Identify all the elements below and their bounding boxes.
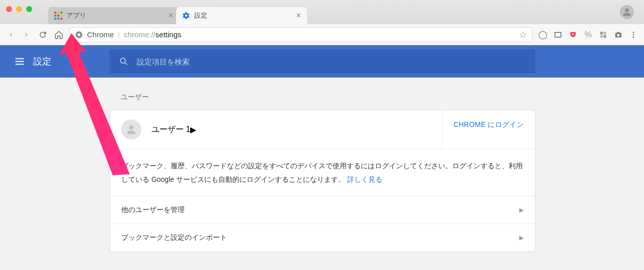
forward-button[interactable]: [22, 30, 31, 39]
extension-icon[interactable]: [553, 30, 562, 39]
tab-close-icon[interactable]: ×: [296, 12, 301, 20]
tab-label: 設定: [194, 11, 207, 20]
current-user-row[interactable]: ユーザー 1 ▶ CHROME にログイン: [110, 110, 535, 149]
toolbar: Chrome | chrome://settings ☆ ◯ %: [0, 24, 644, 45]
traffic-lights: [6, 6, 32, 12]
svg-point-8: [633, 32, 634, 33]
url-text: chrome://settings: [124, 30, 181, 39]
svg-point-7: [617, 34, 619, 36]
tab-label: アプリ: [66, 11, 86, 20]
svg-rect-2: [555, 32, 561, 37]
extension-icon[interactable]: ◯: [538, 30, 547, 39]
security-chip: Chrome: [87, 30, 114, 39]
svg-rect-4: [604, 32, 606, 34]
window-minimize-button[interactable]: [16, 6, 22, 12]
chevron-right-icon: ▶: [190, 125, 196, 134]
svg-line-12: [125, 63, 127, 65]
learn-more-link[interactable]: 詳しく見る: [347, 175, 382, 183]
svg-point-1: [77, 33, 80, 36]
gear-favicon-icon: [182, 12, 190, 20]
chrome-login-button[interactable]: CHROME にログイン: [442, 110, 535, 149]
address-field[interactable]: Chrome | chrome://settings ☆: [69, 27, 532, 42]
import-bookmarks-row[interactable]: ブックマークと設定のインポート ▶: [110, 224, 535, 251]
chevron-right-icon: ▶: [519, 207, 524, 214]
bookmark-star-icon[interactable]: ☆: [519, 29, 527, 40]
chevron-right-icon: ▶: [519, 234, 524, 241]
svg-rect-5: [600, 35, 603, 37]
svg-rect-3: [600, 32, 603, 34]
menu-hamburger-icon[interactable]: [14, 56, 25, 67]
section-label-users: ユーザー: [110, 93, 535, 102]
pocket-extension-icon[interactable]: [569, 30, 578, 39]
settings-search[interactable]: [110, 49, 535, 74]
navigation-buttons: [6, 30, 63, 39]
back-button[interactable]: [6, 30, 15, 39]
extension-icon[interactable]: %: [584, 30, 593, 39]
reload-button[interactable]: [38, 30, 47, 39]
search-icon: [119, 56, 129, 66]
tab-settings[interactable]: 設定 ×: [176, 7, 307, 24]
settings-header: 設定: [0, 45, 644, 78]
extension-icon[interactable]: [599, 30, 608, 39]
tab-close-icon[interactable]: ×: [169, 12, 173, 20]
window-titlebar: アプリ × 設定 ×: [0, 0, 644, 24]
svg-rect-6: [604, 35, 606, 37]
settings-search-input[interactable]: [137, 57, 526, 66]
manage-other-users-row[interactable]: 他のユーザーを管理 ▶: [110, 196, 535, 224]
home-button[interactable]: [54, 30, 63, 39]
window-close-button[interactable]: [6, 6, 12, 12]
camera-extension-icon[interactable]: [614, 30, 623, 39]
profile-avatar-button[interactable]: [620, 5, 634, 19]
extension-icons: ◯ %: [538, 30, 638, 39]
page-title: 設定: [33, 55, 51, 68]
apps-favicon-icon: [54, 12, 62, 20]
users-card: ユーザー 1 ▶ CHROME にログイン ブックマーク、履歴、パスワードなどの…: [110, 110, 535, 252]
svg-point-11: [120, 58, 125, 63]
login-description: ブックマーク、履歴、パスワードなどの設定をすべてのデバイスで使用するにはログイン…: [110, 149, 535, 196]
chrome-menu-button[interactable]: [629, 30, 638, 39]
svg-point-13: [129, 125, 133, 129]
chrome-icon: [75, 31, 83, 39]
svg-point-9: [633, 34, 634, 35]
current-user-name: ユーザー 1: [151, 124, 190, 135]
settings-content: ユーザー ユーザー 1 ▶ CHROME にログイン ブックマーク、履歴、パスワ…: [0, 78, 644, 252]
svg-point-10: [633, 36, 634, 38]
tab-apps[interactable]: アプリ ×: [48, 7, 179, 24]
tab-strip: アプリ × 設定 ×: [48, 0, 304, 24]
user-avatar-icon: [121, 119, 141, 140]
window-maximize-button[interactable]: [26, 6, 32, 12]
